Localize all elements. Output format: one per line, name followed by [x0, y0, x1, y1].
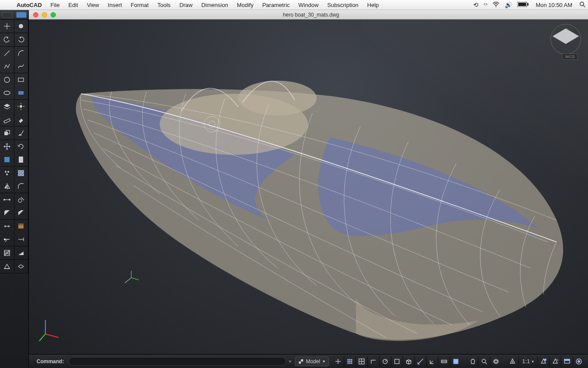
menu-window[interactable]: Window — [294, 2, 323, 8]
tool-hatch[interactable] — [0, 246, 14, 259]
minimize-window-button[interactable] — [42, 12, 47, 17]
zoom-window-button[interactable] — [51, 12, 56, 17]
menu-insert[interactable]: Insert — [103, 2, 126, 8]
tool-rotate[interactable] — [14, 140, 29, 153]
tool-add-point[interactable] — [14, 20, 29, 33]
status-osnap-icon[interactable] — [391, 356, 403, 367]
menu-edit[interactable]: Edit — [64, 2, 82, 8]
volume-status-icon[interactable]: 🔊 — [502, 1, 515, 8]
spotlight-icon[interactable] — [577, 1, 588, 9]
tool-eraser[interactable] — [14, 113, 29, 126]
status-scale-button[interactable]: 1:1 ▾ — [518, 356, 537, 367]
svg-point-59 — [349, 359, 350, 360]
tool-layer-wedge[interactable] — [14, 246, 29, 259]
tool-rectangle[interactable] — [14, 73, 29, 86]
status-annovis-icon[interactable] — [537, 356, 549, 367]
tool-circle[interactable] — [0, 73, 14, 86]
status-3dosnap-icon[interactable] — [403, 356, 414, 367]
menu-tools[interactable]: Tools — [153, 2, 175, 8]
tool-layer-edit[interactable] — [14, 220, 29, 233]
tool-grid-small[interactable] — [14, 167, 29, 180]
status-infercons-icon[interactable] — [332, 356, 344, 367]
menu-file[interactable]: File — [46, 2, 64, 8]
status-orbit-icon[interactable] — [490, 356, 502, 367]
svg-rect-13 — [18, 91, 24, 95]
svg-rect-72 — [395, 359, 399, 364]
svg-point-60 — [351, 359, 352, 360]
tool-extend[interactable] — [14, 233, 29, 246]
status-annoauto-icon[interactable] — [549, 356, 561, 367]
tool-section[interactable] — [0, 260, 14, 273]
tool-chamfer[interactable] — [14, 180, 29, 193]
wifi-status-icon[interactable] — [490, 1, 502, 8]
app-name[interactable]: AutoCAD — [12, 2, 46, 8]
menu-subscription[interactable]: Subscription — [323, 2, 363, 8]
document-title: hero boat_30_mats.dwg — [60, 12, 562, 18]
tool-palette-header[interactable] — [0, 10, 28, 20]
tool-polyline[interactable] — [0, 60, 14, 73]
bluetooth-status-icon[interactable]: ⌔ — [481, 1, 490, 8]
tool-filled-rectangle[interactable] — [14, 86, 29, 99]
menu-modify[interactable]: Modify — [232, 2, 258, 8]
tool-mirror[interactable] — [0, 180, 14, 193]
drawing-viewport[interactable]: WCS — [29, 20, 588, 354]
status-polar-icon[interactable] — [379, 356, 391, 367]
viewcube[interactable] — [553, 27, 578, 52]
status-dyn-icon[interactable] — [438, 356, 450, 367]
menubar-clock[interactable]: Mon 10:50 AM — [531, 2, 577, 8]
wcs-badge[interactable]: WCS — [562, 54, 578, 60]
tool-layer-sun[interactable] — [14, 100, 29, 113]
status-annoscale-icon[interactable] — [507, 356, 518, 367]
space-switch-button[interactable]: Model ▾ — [295, 357, 329, 366]
svg-point-34 — [9, 199, 10, 201]
status-grid-icon[interactable] — [356, 356, 367, 367]
menu-format[interactable]: Format — [126, 2, 153, 8]
menu-dimension[interactable]: Dimension — [197, 2, 232, 8]
status-pan-icon[interactable] — [467, 356, 478, 367]
tool-ellipse[interactable] — [0, 86, 14, 99]
status-workspace-icon[interactable] — [561, 356, 573, 367]
status-zoom-icon[interactable] — [478, 356, 490, 367]
svg-rect-75 — [454, 359, 458, 364]
tool-point[interactable] — [0, 20, 14, 33]
svg-point-27 — [6, 174, 8, 175]
svg-rect-11 — [18, 78, 24, 82]
tool-chamfer-angle[interactable] — [14, 206, 29, 219]
battery-status-icon[interactable] — [515, 1, 531, 8]
tool-select[interactable] — [0, 153, 14, 166]
menu-view[interactable]: View — [82, 2, 103, 8]
tool-group[interactable] — [0, 167, 14, 180]
tool-move[interactable] — [0, 140, 14, 153]
timemachine-status-icon[interactable]: ⟲ — [471, 1, 481, 8]
close-window-button[interactable] — [33, 12, 38, 17]
menu-draw[interactable]: Draw — [175, 2, 197, 8]
tool-measure[interactable] — [0, 113, 14, 126]
tool-dimension-arrows[interactable] — [0, 220, 14, 233]
tool-spline[interactable] — [14, 60, 29, 73]
status-otrack-icon[interactable] — [414, 356, 426, 367]
tool-endpoint[interactable] — [0, 193, 14, 206]
chevron-down-icon: ▾ — [323, 359, 325, 364]
tool-line[interactable] — [0, 47, 14, 60]
tool-trim[interactable] — [0, 233, 14, 246]
tool-tangent[interactable] — [14, 193, 29, 206]
status-ortho-icon[interactable] — [367, 356, 379, 367]
status-hw-accel-icon[interactable] — [573, 356, 585, 367]
command-input[interactable] — [68, 357, 287, 366]
tool-layer-stack[interactable] — [0, 100, 14, 113]
tool-arc[interactable] — [14, 47, 29, 60]
tool-layer-iso[interactable] — [14, 260, 29, 273]
status-lwt-icon[interactable] — [450, 356, 462, 367]
menu-help[interactable]: Help — [363, 2, 383, 8]
status-ducs-icon[interactable] — [426, 356, 438, 367]
status-grid-dots-icon[interactable] — [344, 356, 356, 367]
tool-copy-3d[interactable] — [0, 126, 14, 140]
tool-redo[interactable] — [14, 33, 29, 46]
menu-parametric[interactable]: Parametric — [258, 2, 294, 8]
svg-point-12 — [4, 91, 10, 95]
tool-fillet[interactable] — [0, 206, 14, 219]
tool-undo[interactable] — [0, 33, 14, 46]
svg-rect-24 — [19, 157, 23, 163]
tool-paintbrush[interactable] — [14, 126, 29, 140]
tool-page[interactable] — [14, 153, 29, 166]
